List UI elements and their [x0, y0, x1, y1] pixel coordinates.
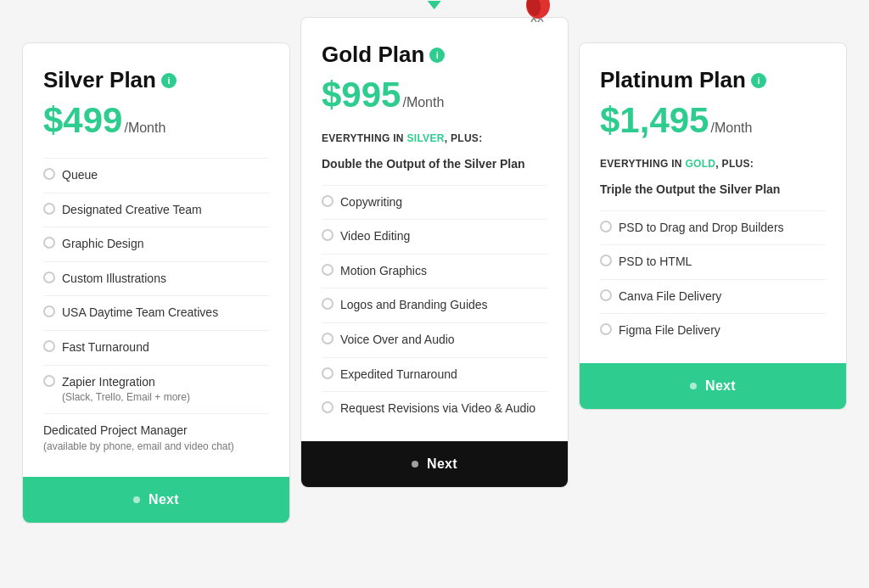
mascot-icon [517, 0, 559, 31]
feature-sub-text: (Slack, Trello, Email + more) [62, 390, 190, 405]
list-item: USA Daytime Team Creatives [43, 295, 269, 330]
feature-text: Dedicated Project Manager(available by p… [43, 423, 234, 453]
plan-name-text-silver: Silver Plan [43, 67, 156, 93]
feature-text: Request Revisions via Video & Audio [340, 400, 535, 417]
feature-text: Double the Output of the Silver Plan [322, 156, 525, 173]
plan-name-silver: Silver Plani [43, 67, 269, 93]
feature-sub-text: (available by phone, email and video cha… [43, 440, 234, 454]
feature-dot-icon [322, 229, 334, 241]
price-period-gold: /Month [402, 95, 444, 110]
list-item: Double the Output of the Silver Plan [322, 156, 547, 182]
feature-dot-icon [600, 323, 612, 335]
list-item: Queue [43, 158, 269, 193]
list-item: Video Editing [322, 219, 547, 254]
feature-dot-icon [322, 367, 334, 379]
plan-price-silver: $499/Month [43, 100, 269, 141]
feature-text: Queue [62, 167, 98, 184]
info-icon-platinum[interactable]: i [751, 73, 766, 88]
feature-dot-icon [600, 255, 612, 266]
feature-dot-icon [322, 195, 334, 207]
price-period-platinum: /Month [710, 120, 752, 136]
plan-price-platinum: $1,495/Month [600, 100, 826, 141]
feature-text: Fast Turnaround [62, 339, 149, 356]
feature-dot-icon [600, 221, 612, 232]
feature-text: Canva File Delivery [619, 288, 721, 305]
feature-text: Motion Graphics [340, 263, 427, 280]
plan-card-silver: Silver Plani$499/MonthQueueDesignated Cr… [22, 42, 290, 524]
features-list-silver: QueueDesignated Creative TeamGraphic Des… [43, 158, 269, 462]
everything-in-highlight-platinum: GOLD [685, 158, 715, 170]
plan-card-platinum: Platinum Plani$1,495/MonthEVERYTHING IN … [579, 42, 847, 410]
cta-button-gold[interactable]: Next [301, 441, 568, 487]
everything-in-platinum: EVERYTHING IN GOLD, PLUS: [600, 158, 826, 170]
price-amount-platinum: $1,495 [600, 100, 709, 141]
plan-name-text-gold: Gold Plan [322, 42, 424, 68]
everything-in-gold: EVERYTHING IN SILVER, PLUS: [322, 132, 547, 144]
price-amount-gold: $995 [322, 75, 401, 115]
list-item: Fast Turnaround [43, 330, 269, 365]
info-icon-silver[interactable]: i [161, 73, 177, 88]
feature-text: PSD to HTML [619, 254, 692, 271]
button-dot-icon [412, 461, 418, 468]
button-dot-icon [133, 496, 140, 503]
cta-button-label-gold: Next [427, 456, 457, 472]
feature-text: Voice Over and Audio [340, 332, 455, 349]
features-list-gold: Double the Output of the Silver PlanCopy… [322, 156, 547, 426]
svg-line-11 [541, 18, 543, 22]
feature-text: Graphic Design [62, 236, 144, 253]
list-item: Copywriting [322, 185, 547, 220]
pricing-container: Silver Plani$499/MonthQueueDesignated Cr… [17, 42, 852, 524]
list-item: PSD to Drag and Drop Builders [600, 210, 826, 245]
feature-dot-icon [43, 340, 55, 352]
cta-button-label-silver: Next [149, 492, 179, 507]
info-icon-gold[interactable]: i [429, 48, 445, 63]
list-item: Figma File Delivery [600, 313, 826, 348]
popular-arrow-icon [428, 1, 441, 9]
cta-button-silver[interactable]: Next [23, 477, 289, 523]
feature-text: Expedited Turnaround [340, 367, 457, 384]
feature-text: Video Editing [340, 228, 410, 245]
list-item: Designated Creative Team [43, 193, 269, 227]
list-item: Logos and Branding Guides [322, 288, 547, 322]
feature-dot-icon [322, 333, 334, 344]
feature-dot-icon [322, 264, 334, 276]
list-item: Triple the Output the Silver Plan [600, 182, 826, 207]
everything-in-highlight-gold: SILVER [406, 132, 444, 144]
feature-dot-icon [43, 203, 55, 215]
list-item: Expedited Turnaround [322, 357, 547, 392]
button-dot-icon [690, 383, 697, 389]
feature-text: Triple the Output the Silver Plan [600, 182, 780, 199]
list-item: Voice Over and Audio [322, 322, 547, 357]
cta-button-platinum[interactable]: Next [580, 363, 846, 409]
list-item: PSD to HTML [600, 244, 826, 279]
list-item: Graphic Design [43, 227, 269, 261]
plan-name-text-platinum: Platinum Plan [600, 67, 746, 93]
plan-price-gold: $995/Month [322, 75, 547, 115]
plan-name-gold: Gold Plani [322, 42, 547, 68]
feature-dot-icon [322, 401, 334, 413]
feature-text: USA Daytime Team Creatives [62, 305, 218, 322]
list-item: Dedicated Project Manager(available by p… [43, 413, 269, 462]
list-item: Zapier Integration(Slack, Trello, Email … [43, 365, 269, 413]
list-item: Custom Illustrations [43, 261, 269, 296]
feature-dot-icon [322, 298, 334, 310]
price-amount-silver: $499 [43, 100, 122, 141]
plan-card-gold: POPULAR! Gold Plani$995/MonthEVERYTHING … [300, 17, 569, 488]
feature-text: Copywriting [340, 194, 402, 211]
feature-text: Zapier Integration(Slack, Trello, Email … [62, 374, 190, 405]
feature-dot-icon [43, 168, 55, 180]
feature-dot-icon [43, 375, 55, 387]
list-item: Motion Graphics [322, 254, 547, 288]
popular-badge-wrap: POPULAR! [391, 0, 479, 9]
feature-dot-icon [43, 237, 55, 249]
feature-text: Figma File Delivery [619, 322, 720, 339]
price-period-silver: /Month [124, 120, 165, 136]
feature-text: Custom Illustrations [62, 271, 166, 288]
feature-dot-icon [43, 305, 55, 317]
features-list-platinum: Triple the Output the Silver PlanPSD to … [600, 182, 826, 348]
feature-text: Logos and Branding Guides [340, 297, 488, 314]
list-item: Request Revisions via Video & Audio [322, 391, 547, 426]
cta-button-label-platinum: Next [705, 378, 736, 394]
feature-text: PSD to Drag and Drop Builders [619, 220, 784, 237]
feature-text: Designated Creative Team [62, 202, 202, 219]
